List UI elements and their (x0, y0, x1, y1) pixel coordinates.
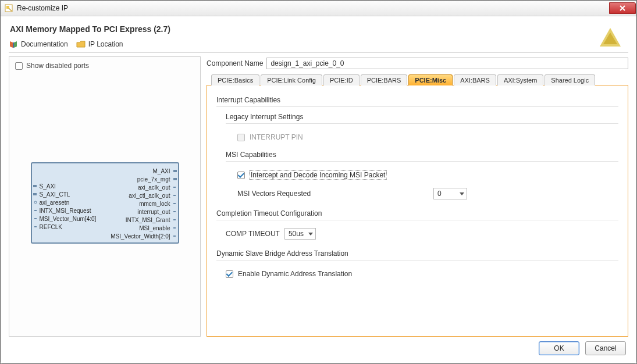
ip-location-label: IP Location (88, 40, 123, 48)
pin-icon (172, 185, 177, 190)
bus-pin-icon (172, 169, 177, 173)
port-label: REFCLK (40, 224, 62, 230)
cancel-button[interactable]: Cancel (585, 341, 626, 355)
section-msi-capabilities: MSI Capabilities (226, 151, 618, 159)
svg-rect-5 (33, 185, 37, 187)
divider (226, 123, 618, 124)
pin-icon (172, 201, 177, 206)
tab-pcie-bars[interactable]: PCIE:BARS (361, 74, 408, 85)
svg-rect-13 (173, 187, 176, 188)
svg-rect-9 (34, 218, 37, 219)
port-refclk: REFCLK (32, 223, 97, 231)
bus-pin-icon (33, 184, 38, 188)
close-button[interactable] (609, 2, 636, 14)
tab-axi-system[interactable]: AXI:System (497, 74, 543, 85)
port-label: axi_ctl_aclk_out (129, 192, 170, 199)
pin-icon (172, 234, 177, 238)
tab-axi-bars[interactable]: AXI:BARS (454, 74, 496, 85)
bus-pin-icon (33, 192, 38, 197)
chevron-down-icon (460, 192, 464, 195)
pin-icon (172, 193, 177, 198)
dynamic-enable-checkbox[interactable] (226, 270, 233, 278)
msi-vectors-select[interactable]: 0 (433, 188, 467, 199)
port-s-axi: S_AXI (32, 182, 97, 190)
divider (216, 106, 618, 107)
port-mmcm-lock: mmcm_lock (139, 199, 177, 208)
svg-rect-4 (13, 42, 14, 48)
svg-rect-16 (173, 211, 176, 212)
vivado-logo-icon (597, 27, 623, 52)
port-msi-vector-num: MSI_Vector_Num[4:0] (32, 215, 97, 223)
divider (226, 161, 618, 162)
divider (216, 220, 618, 220)
tab-pcie-basics[interactable]: PCIE:Basics (211, 74, 259, 85)
svg-rect-15 (173, 203, 176, 204)
folder-icon (76, 40, 86, 49)
port-interrupt-out: interrupt_out (137, 208, 177, 216)
pin-icon (172, 226, 177, 230)
port-label: axi_aresetn (40, 199, 70, 206)
port-intx-msi-request: INTX_MSI_Request (32, 206, 97, 215)
component-name-label: Component Name (207, 59, 263, 67)
port-label: S_AXI (40, 183, 56, 190)
ip-block-right-ports: M_AXI pcie_7x_mgt axi_aclk_out axi_ctl_a… (96, 166, 177, 240)
pin-icon (172, 217, 177, 222)
svg-rect-18 (173, 227, 176, 229)
msi-vectors-row: MSI Vectors Requested 0 (237, 186, 618, 201)
interrupt-pin-row: INTERRUPT PIN (237, 130, 618, 145)
comp-timeout-value: 50us (289, 230, 304, 238)
port-axi-aresetn: axi_aresetn (32, 198, 97, 206)
tab-bar: PCIE:Basics PCIE:Link Config PCIE:ID PCI… (207, 73, 628, 85)
documentation-link[interactable]: Documentation (9, 40, 68, 49)
documentation-label: Documentation (21, 40, 68, 48)
svg-rect-8 (34, 210, 37, 211)
comp-timeout-select[interactable]: 50us (284, 228, 316, 240)
block-diagram-canvas: S_AXI S_AXI_CTL axi_aresetn INTX_MSI_Req… (14, 73, 195, 333)
comp-timeout-label: COMP TIMEOUT (226, 230, 280, 238)
pin-icon (33, 200, 38, 205)
show-disabled-ports-row: Show disabled ports (14, 60, 195, 73)
pin-icon (33, 216, 38, 221)
port-pcie-7x-mgt: pcie_7x_mgt (137, 175, 178, 183)
ip-location-link[interactable]: IP Location (76, 40, 123, 49)
port-label: INTX_MSI_Request (40, 208, 91, 214)
msi-intercept-row: Intercept and Decode Incoming MSI Packet (237, 167, 618, 183)
port-axi-ctl-aclk-out: axi_ctl_aclk_out (129, 191, 177, 199)
port-msi-vector-width: MSI_Vector_Width[2:0] (111, 232, 177, 240)
tab-shared-logic[interactable]: Shared Logic (545, 74, 595, 85)
msi-vectors-value: 0 (437, 190, 442, 198)
component-name-row: Component Name design_1_axi_pcie_0_0 (207, 58, 628, 69)
chevron-down-icon (308, 233, 313, 235)
comp-timeout-row: COMP TIMEOUT 50us (226, 226, 618, 241)
port-label: pcie_7x_mgt (137, 176, 170, 183)
tab-pcie-id[interactable]: PCIE:ID (323, 74, 360, 85)
svg-rect-19 (173, 235, 176, 237)
show-disabled-ports-checkbox[interactable] (15, 62, 23, 70)
tab-body-pcie-misc: Interrupt Capabilities Legacy Interrupt … (207, 85, 628, 337)
left-panel: Show disabled ports S_AXI S_AXI_CTL axi_… (9, 56, 201, 337)
msi-intercept-checkbox[interactable] (237, 172, 245, 179)
port-label: axi_aclk_out (138, 184, 170, 191)
interrupt-pin-label: INTERRUPT PIN (250, 133, 303, 141)
ip-block-left-ports: S_AXI S_AXI_CTL axi_aresetn INTX_MSI_Req… (32, 166, 97, 240)
port-label: INTX_MSI_Grant (126, 217, 170, 223)
component-name-input[interactable]: design_1_axi_pcie_0_0 (266, 58, 628, 69)
ok-button[interactable]: OK (539, 341, 579, 355)
app-icon (4, 3, 13, 13)
bus-pin-icon (172, 177, 177, 181)
interrupt-pin-checkbox (237, 134, 245, 141)
dynamic-enable-label: Enable Dynamic Address Translation (238, 270, 352, 278)
port-label: S_AXI_CTL (40, 191, 70, 198)
section-dynamic-slave-bridge: Dynamic Slave Bridge Address Translation (216, 249, 618, 258)
msi-vectors-label: MSI Vectors Requested (237, 190, 311, 198)
page-title: AXI Memory Mapped To PCI Express (2.7) (9, 24, 628, 37)
port-label: MSI_enable (139, 225, 170, 231)
port-label: mmcm_lock (139, 201, 170, 207)
pin-icon (33, 224, 38, 229)
tab-pcie-misc[interactable]: PCIE:Misc (408, 74, 453, 85)
window-root: Re-customize IP AXI Memory Mapped To PCI… (0, 0, 637, 364)
toolbar: Documentation IP Location (9, 37, 628, 53)
port-msi-enable: MSI_enable (139, 224, 177, 232)
tab-pcie-link-config[interactable]: PCIE:Link Config (261, 74, 322, 85)
svg-rect-10 (34, 226, 37, 227)
